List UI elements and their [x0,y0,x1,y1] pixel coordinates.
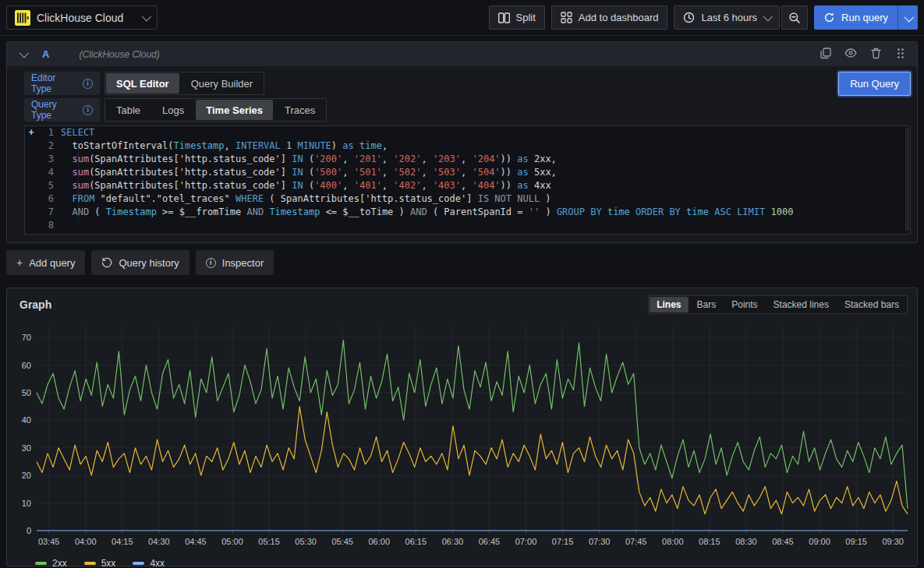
sql-code-line: 6 FROM "default"."otel_traces" WHERE ( S… [25,192,910,206]
editor-type-option-query-builder[interactable]: Query Builder [181,73,263,93]
graph-style-points[interactable]: Points [724,297,764,312]
svg-text:07:00: 07:00 [515,537,537,546]
svg-text:05:15: 05:15 [258,537,280,546]
run-query-toolbar-button[interactable]: Run query [814,5,918,30]
secondary-actions: + Add query Query history i Inspector [6,250,918,275]
svg-text:60: 60 [22,361,31,370]
zoom-out-icon [788,12,801,24]
graph-style-lines[interactable]: Lines [650,297,688,312]
query-editor-panel: A (ClickHouse Cloud) Run Query Editor Ty… [6,41,918,243]
svg-text:08:00: 08:00 [662,537,684,546]
split-icon [498,12,510,23]
sql-code-line: +1SELECT [25,126,910,139]
explore-toolbar: ClickHouse Cloud Split Add to dashboard … [0,0,924,36]
inspector-button[interactable]: i Inspector [196,250,274,275]
zoom-out-button[interactable] [781,5,808,30]
clock-icon [683,12,695,23]
query-type-radio-group: Table Logs Time Series Traces [104,98,327,122]
svg-text:07:15: 07:15 [552,537,574,546]
svg-text:0: 0 [27,526,31,535]
time-range-label: Last 6 hours [701,12,757,23]
legend-item-5xx[interactable]: 5xx [84,558,116,568]
split-label: Split [516,12,536,23]
legend-label: 2xx [52,558,67,568]
remove-query-trash-icon[interactable] [867,48,884,62]
collapse-chevron-icon[interactable] [19,48,30,58]
svg-text:05:45: 05:45 [331,537,353,546]
add-query-button[interactable]: + Add query [6,250,85,275]
time-range-picker[interactable]: Last 6 hours [674,5,780,30]
svg-text:06:00: 06:00 [369,537,391,546]
sql-code-line: 7 AND ( Timestamp >= $__fromTime AND Tim… [25,206,910,219]
plus-icon: + [16,256,23,269]
info-icon[interactable]: i [83,105,93,115]
graph-style-stacked-bars[interactable]: Stacked bars [837,297,906,312]
duplicate-query-icon[interactable] [817,48,834,62]
svg-text:07:30: 07:30 [589,537,611,546]
svg-text:04:30: 04:30 [148,537,170,546]
query-type-option-table[interactable]: Table [106,100,150,120]
chevron-down-icon[interactable] [898,11,918,25]
drag-handle-icon[interactable] [892,48,909,62]
editor-type-label: Editor Type [31,72,77,94]
sql-code-line: 2 toStartOfInterval(Timestamp, INTERVAL … [25,139,910,153]
legend-swatch [84,562,96,565]
editor-type-option-sql-editor[interactable]: SQL Editor [106,73,179,93]
datasource-name: ClickHouse Cloud [37,12,123,24]
series-line-5xx [37,407,908,514]
editor-type-chip: Editor Type i [24,72,100,95]
query-type-option-time-series[interactable]: Time Series [196,100,273,120]
sql-code-line: 3 sum(SpanAttributes['http.status_code']… [25,153,910,166]
history-icon [101,257,112,268]
graph-style-stacked-lines[interactable]: Stacked lines [766,297,836,312]
svg-text:09:15: 09:15 [845,537,867,546]
legend-swatch [35,562,47,565]
query-type-chip: Query Type i [24,98,100,122]
sql-code-line: 8 [25,219,910,232]
svg-text:03:45: 03:45 [38,537,60,546]
indent-guide [78,143,79,222]
sync-icon [823,12,835,23]
svg-text:08:30: 08:30 [735,537,757,546]
svg-text:50: 50 [22,388,31,397]
graph-panel-title: Graph [19,298,51,311]
info-icon: i [206,258,216,268]
legend-label: 4xx [150,558,165,568]
hide-response-eye-icon[interactable] [842,48,859,60]
svg-text:05:00: 05:00 [221,537,243,546]
legend-item-4xx[interactable]: 4xx [133,558,165,568]
query-type-option-logs[interactable]: Logs [152,100,194,120]
split-button[interactable]: Split [489,5,545,30]
add-query-label: Add query [29,257,75,269]
time-series-chart[interactable]: 01020304050607003:4504:0004:1504:3004:45… [12,319,912,556]
sql-code-line: 5 sum(SpanAttributes['http.status_code']… [25,179,910,192]
info-icon[interactable]: i [83,79,93,89]
svg-text:06:45: 06:45 [479,537,501,546]
chevron-down-icon [142,12,152,22]
graph-style-radio-group: Lines Bars Points Stacked lines Stacked … [648,295,908,314]
run-query-button[interactable]: Run Query [838,72,911,96]
legend-label: 5xx [101,558,116,568]
datasource-hint: (ClickHouse Cloud) [79,49,159,60]
query-type-option-traces[interactable]: Traces [274,100,325,120]
svg-text:40: 40 [22,415,31,425]
graph-style-bars[interactable]: Bars [690,297,724,312]
add-to-dashboard-button[interactable]: Add to dashboard [551,5,668,30]
editor-scrollbar[interactable] [905,128,909,231]
svg-text:30: 30 [22,443,31,453]
sql-editor[interactable]: +1SELECT2 toStartOfInterval(Timestamp, I… [24,125,911,235]
query-history-button[interactable]: Query history [91,250,189,275]
query-history-label: Query history [119,257,179,269]
datasource-picker[interactable]: ClickHouse Cloud [6,5,158,30]
run-query-label: Run query [841,12,888,23]
clickhouse-logo-icon [15,10,30,26]
graph-panel: Graph Lines Bars Points Stacked lines St… [6,288,918,566]
svg-text:06:30: 06:30 [442,537,464,546]
legend-item-2xx[interactable]: 2xx [35,558,67,568]
sql-code-line: 4 sum(SpanAttributes['http.status_code']… [25,166,910,179]
chevron-down-icon [763,12,774,22]
inspector-label: Inspector [222,257,264,269]
svg-text:07:45: 07:45 [625,537,647,546]
editor-type-radio-group: SQL Editor Query Builder [104,72,264,95]
svg-text:08:15: 08:15 [699,537,720,546]
